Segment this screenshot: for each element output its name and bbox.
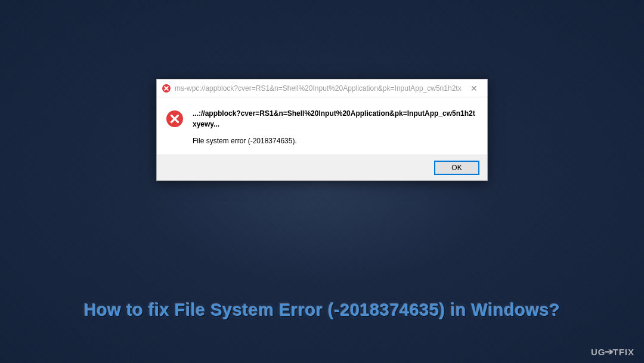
watermark-prefix: UG [591,347,606,357]
close-icon: ✕ [470,84,478,93]
error-dialog: ms-wpc://appblock?cver=RS1&n=Shell%20Inp… [156,79,488,181]
error-icon [162,84,171,93]
error-icon [165,109,184,128]
dialog-headline: ...://appblock?cver=RS1&n=Shell%20Input%… [193,108,479,130]
watermark-logo: UG➔TFIX [591,346,634,357]
ok-button[interactable]: OK [435,161,479,174]
dialog-footer: OK [157,155,487,180]
dialog-body: ...://appblock?cver=RS1&n=Shell%20Input%… [157,97,487,155]
arrow-icon: ➔ [604,346,614,357]
dialog-titlebar: ms-wpc://appblock?cver=RS1&n=Shell%20Inp… [157,79,487,97]
watermark-suffix: TFIX [613,347,635,357]
close-button[interactable]: ✕ [462,80,486,97]
dialog-message: File system error (-2018374635). [193,136,479,146]
page-caption: How to fix File System Error (-201837463… [0,300,644,320]
dialog-content: ...://appblock?cver=RS1&n=Shell%20Input%… [193,108,479,146]
dialog-title: ms-wpc://appblock?cver=RS1&n=Shell%20Inp… [175,84,462,93]
